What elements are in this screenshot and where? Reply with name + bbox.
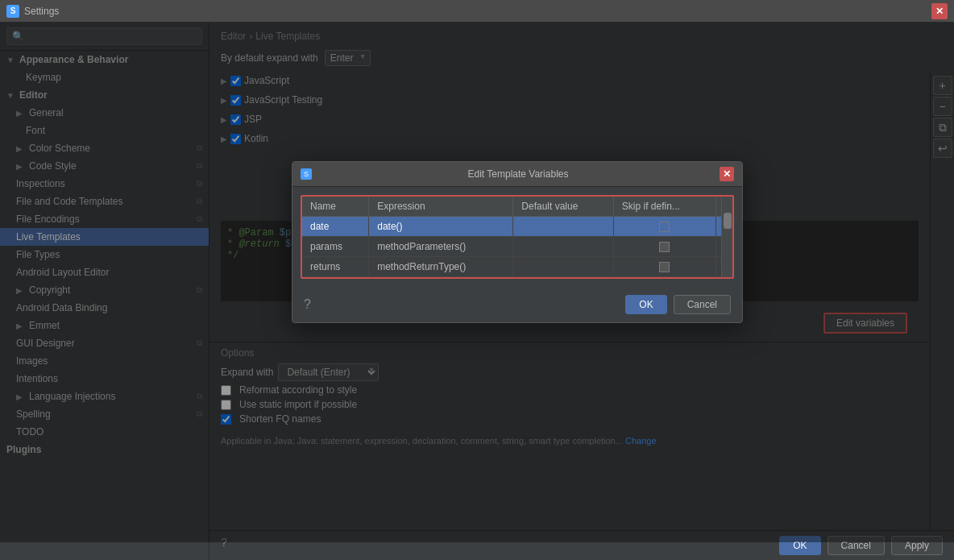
app-icon: S [6, 5, 19, 18]
modal-title: Edit Template Variables [468, 168, 569, 180]
table-row-date[interactable]: date date() [302, 216, 732, 236]
col-expression: Expression [369, 197, 513, 217]
modal-overlay: S Edit Template Variables ✕ Name Express… [0, 23, 954, 542]
row-returns-default [513, 257, 613, 277]
scrollbar-thumb[interactable] [724, 213, 732, 229]
col-name: Name [302, 197, 369, 217]
table-row-returns[interactable]: returns methodReturnType() [302, 257, 732, 277]
modal-help-icon[interactable]: ? [304, 297, 311, 312]
row-params-expression: methodParameters() [369, 236, 513, 256]
variables-table-wrap: Name Expression Default value Skip if de… [301, 195, 734, 280]
table-row-params[interactable]: params methodParameters() [302, 236, 732, 256]
modal-title-bar: S Edit Template Variables ✕ [292, 162, 742, 187]
row-date-skip [613, 216, 716, 236]
skip-checkbox-params[interactable] [659, 242, 670, 252]
row-date-name: date [302, 216, 369, 236]
title-bar: S Settings ✕ [0, 0, 954, 23]
row-date-default [513, 216, 613, 236]
row-returns-name: returns [302, 257, 369, 277]
skip-checkbox-returns[interactable] [659, 262, 670, 272]
close-button[interactable]: ✕ [931, 3, 948, 19]
modal-cancel-button[interactable]: Cancel [674, 295, 731, 314]
col-default-value: Default value [513, 197, 613, 217]
row-returns-skip [613, 257, 716, 277]
modal-title-icon: S [301, 168, 312, 180]
modal-close-button[interactable]: ✕ [720, 167, 734, 181]
row-params-skip [613, 236, 716, 256]
window-title: Settings [24, 6, 931, 17]
variables-table: Name Expression Default value Skip if de… [302, 197, 732, 278]
row-date-expression: date() [369, 216, 513, 236]
modal-bottom: ? OK Cancel [292, 287, 742, 322]
skip-checkbox-date[interactable] [659, 222, 670, 232]
edit-template-variables-modal: S Edit Template Variables ✕ Name Express… [292, 161, 743, 324]
row-returns-expression: methodReturnType() [369, 257, 513, 277]
modal-ok-button[interactable]: OK [625, 295, 666, 314]
row-params-default [513, 236, 613, 256]
row-params-name: params [302, 236, 369, 256]
col-skip: Skip if defin... [613, 197, 716, 217]
table-scrollbar [721, 197, 732, 278]
modal-actions: OK Cancel [625, 295, 731, 314]
